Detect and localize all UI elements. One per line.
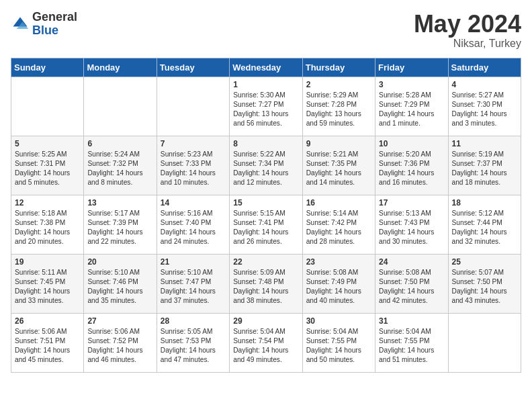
day-header: Friday <box>375 58 448 77</box>
day-number: 19 <box>15 257 80 267</box>
calendar-week-row: 5Sunrise: 5:25 AMSunset: 7:31 PMDaylight… <box>11 136 521 195</box>
cell-info: Sunrise: 5:21 AMSunset: 7:35 PMDaylight:… <box>306 150 361 187</box>
month-title: May 2024 <box>414 11 521 38</box>
calendar-cell: 23Sunrise: 5:08 AMSunset: 7:49 PMDayligh… <box>302 254 375 313</box>
calendar-week-row: 26Sunrise: 5:06 AMSunset: 7:51 PMDayligh… <box>11 313 521 372</box>
location-subtitle: Niksar, Turkey <box>414 38 521 50</box>
day-number: 25 <box>452 257 517 267</box>
day-number: 4 <box>452 80 517 89</box>
cell-info: Sunrise: 5:14 AMSunset: 7:42 PMDaylight:… <box>306 210 361 246</box>
cell-info: Sunrise: 5:23 AMSunset: 7:33 PMDaylight:… <box>161 150 216 187</box>
title-area: May 2024 Niksar, Turkey <box>414 11 521 50</box>
day-header: Wednesday <box>230 58 302 77</box>
calendar-cell: 29Sunrise: 5:04 AMSunset: 7:54 PMDayligh… <box>230 313 302 372</box>
cell-info: Sunrise: 5:30 AMSunset: 7:27 PMDaylight:… <box>233 91 288 128</box>
day-number: 12 <box>15 198 80 208</box>
cell-info: Sunrise: 5:29 AMSunset: 7:28 PMDaylight:… <box>306 91 361 128</box>
cell-info: Sunrise: 5:15 AMSunset: 7:41 PMDaylight:… <box>233 210 288 246</box>
day-header: Sunday <box>11 58 84 77</box>
calendar-cell: 19Sunrise: 5:11 AMSunset: 7:45 PMDayligh… <box>11 254 84 313</box>
calendar-week-row: 19Sunrise: 5:11 AMSunset: 7:45 PMDayligh… <box>11 254 521 313</box>
cell-info: Sunrise: 5:06 AMSunset: 7:51 PMDaylight:… <box>15 328 70 364</box>
cell-info: Sunrise: 5:06 AMSunset: 7:52 PMDaylight:… <box>87 328 142 364</box>
day-number: 10 <box>379 139 444 148</box>
cell-info: Sunrise: 5:17 AMSunset: 7:39 PMDaylight:… <box>87 210 142 246</box>
calendar-cell: 5Sunrise: 5:25 AMSunset: 7:31 PMDaylight… <box>11 136 84 195</box>
calendar-cell: 2Sunrise: 5:29 AMSunset: 7:28 PMDaylight… <box>302 77 375 136</box>
day-number: 30 <box>306 316 371 326</box>
page-header: General Blue May 2024 Niksar, Turkey <box>11 11 521 50</box>
day-number: 21 <box>161 257 226 267</box>
calendar-cell: 7Sunrise: 5:23 AMSunset: 7:33 PMDaylight… <box>157 136 229 195</box>
day-number: 2 <box>306 80 371 89</box>
cell-info: Sunrise: 5:19 AMSunset: 7:37 PMDaylight:… <box>452 150 507 187</box>
logo-blue: Blue <box>32 24 77 38</box>
day-number: 11 <box>452 139 517 148</box>
day-number: 15 <box>233 198 298 208</box>
calendar-cell: 9Sunrise: 5:21 AMSunset: 7:35 PMDaylight… <box>302 136 375 195</box>
calendar-cell: 16Sunrise: 5:14 AMSunset: 7:42 PMDayligh… <box>302 195 375 254</box>
cell-info: Sunrise: 5:05 AMSunset: 7:53 PMDaylight:… <box>161 328 216 364</box>
day-number: 14 <box>161 198 226 208</box>
cell-info: Sunrise: 5:09 AMSunset: 7:48 PMDaylight:… <box>233 269 288 305</box>
calendar-cell: 15Sunrise: 5:15 AMSunset: 7:41 PMDayligh… <box>230 195 302 254</box>
calendar-cell: 17Sunrise: 5:13 AMSunset: 7:43 PMDayligh… <box>375 195 448 254</box>
day-number: 13 <box>87 198 152 208</box>
day-number: 31 <box>379 316 444 326</box>
day-number: 26 <box>15 316 80 326</box>
calendar-cell: 11Sunrise: 5:19 AMSunset: 7:37 PMDayligh… <box>448 136 521 195</box>
calendar-cell: 4Sunrise: 5:27 AMSunset: 7:30 PMDaylight… <box>448 77 521 136</box>
header-row: SundayMondayTuesdayWednesdayThursdayFrid… <box>11 58 521 77</box>
day-header: Saturday <box>448 58 521 77</box>
calendar-cell: 22Sunrise: 5:09 AMSunset: 7:48 PMDayligh… <box>230 254 302 313</box>
cell-info: Sunrise: 5:13 AMSunset: 7:43 PMDaylight:… <box>379 210 434 246</box>
day-number: 24 <box>379 257 444 267</box>
cell-info: Sunrise: 5:10 AMSunset: 7:47 PMDaylight:… <box>161 269 216 305</box>
day-number: 28 <box>161 316 226 326</box>
cell-info: Sunrise: 5:27 AMSunset: 7:30 PMDaylight:… <box>452 91 507 128</box>
calendar-cell: 26Sunrise: 5:06 AMSunset: 7:51 PMDayligh… <box>11 313 84 372</box>
logo-icon <box>11 15 30 34</box>
calendar-cell <box>11 77 84 136</box>
logo-general: General <box>32 11 77 24</box>
calendar-cell: 13Sunrise: 5:17 AMSunset: 7:39 PMDayligh… <box>84 195 157 254</box>
day-number: 27 <box>87 316 152 326</box>
calendar-cell <box>157 77 229 136</box>
cell-info: Sunrise: 5:10 AMSunset: 7:46 PMDaylight:… <box>87 269 142 305</box>
cell-info: Sunrise: 5:18 AMSunset: 7:38 PMDaylight:… <box>15 210 70 246</box>
calendar-cell: 8Sunrise: 5:22 AMSunset: 7:34 PMDaylight… <box>230 136 302 195</box>
calendar-cell: 21Sunrise: 5:10 AMSunset: 7:47 PMDayligh… <box>157 254 229 313</box>
logo-text: General Blue <box>32 11 77 38</box>
calendar-cell: 20Sunrise: 5:10 AMSunset: 7:46 PMDayligh… <box>84 254 157 313</box>
calendar-cell: 1Sunrise: 5:30 AMSunset: 7:27 PMDaylight… <box>230 77 302 136</box>
calendar-cell: 12Sunrise: 5:18 AMSunset: 7:38 PMDayligh… <box>11 195 84 254</box>
cell-info: Sunrise: 5:28 AMSunset: 7:29 PMDaylight:… <box>379 91 434 128</box>
logo: General Blue <box>11 11 77 38</box>
day-number: 9 <box>306 139 371 148</box>
cell-info: Sunrise: 5:11 AMSunset: 7:45 PMDaylight:… <box>15 269 70 305</box>
calendar-cell: 28Sunrise: 5:05 AMSunset: 7:53 PMDayligh… <box>157 313 229 372</box>
cell-info: Sunrise: 5:16 AMSunset: 7:40 PMDaylight:… <box>161 210 216 246</box>
calendar-cell <box>84 77 157 136</box>
cell-info: Sunrise: 5:25 AMSunset: 7:31 PMDaylight:… <box>15 150 70 187</box>
calendar-cell: 30Sunrise: 5:04 AMSunset: 7:55 PMDayligh… <box>302 313 375 372</box>
cell-info: Sunrise: 5:04 AMSunset: 7:55 PMDaylight:… <box>379 328 434 364</box>
day-number: 17 <box>379 198 444 208</box>
cell-info: Sunrise: 5:04 AMSunset: 7:55 PMDaylight:… <box>306 328 361 364</box>
calendar-cell: 14Sunrise: 5:16 AMSunset: 7:40 PMDayligh… <box>157 195 229 254</box>
day-number: 3 <box>379 80 444 89</box>
day-number: 8 <box>233 139 298 148</box>
calendar-cell: 27Sunrise: 5:06 AMSunset: 7:52 PMDayligh… <box>84 313 157 372</box>
cell-info: Sunrise: 5:24 AMSunset: 7:32 PMDaylight:… <box>87 150 142 187</box>
day-number: 1 <box>233 80 298 89</box>
day-number: 22 <box>233 257 298 267</box>
cell-info: Sunrise: 5:22 AMSunset: 7:34 PMDaylight:… <box>233 150 288 187</box>
day-number: 23 <box>306 257 371 267</box>
day-number: 5 <box>15 139 80 148</box>
day-number: 18 <box>452 198 517 208</box>
calendar-cell: 10Sunrise: 5:20 AMSunset: 7:36 PMDayligh… <box>375 136 448 195</box>
calendar-cell: 31Sunrise: 5:04 AMSunset: 7:55 PMDayligh… <box>375 313 448 372</box>
cell-info: Sunrise: 5:08 AMSunset: 7:49 PMDaylight:… <box>306 269 361 305</box>
day-header: Monday <box>84 58 157 77</box>
cell-info: Sunrise: 5:04 AMSunset: 7:54 PMDaylight:… <box>233 328 288 364</box>
